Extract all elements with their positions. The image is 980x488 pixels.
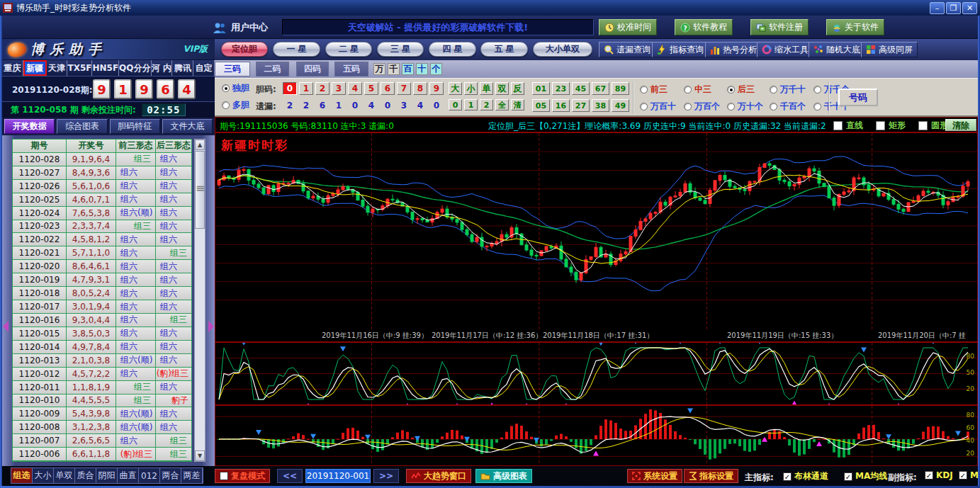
position-radio[interactable]: 中三 xyxy=(684,84,711,96)
table-row[interactable]: 1120-0169,3,0,4,4组六组三 xyxy=(13,314,191,327)
table-row[interactable]: 1120-0153,8,5,0,3组六组六 xyxy=(13,327,191,341)
lottery-tab[interactable]: 自定 xyxy=(193,60,215,76)
quick-select-button[interactable]: 小 xyxy=(464,82,478,95)
quick-select-button[interactable]: 0 xyxy=(449,99,462,110)
scroll-up-icon[interactable]: ▲ xyxy=(195,140,205,150)
table-row[interactable]: 1120-0278,4,9,3,6组六组六 xyxy=(13,166,191,180)
pattern-tab[interactable]: 质合 xyxy=(75,468,96,483)
position-toggle[interactable]: 十 xyxy=(416,63,428,75)
nav-tool-button[interactable]: 缩水工具 xyxy=(757,42,813,57)
trend-window-button[interactable]: 大趋势窗口 xyxy=(406,469,471,483)
table-row[interactable]: 1120-0104,4,5,5,5组三豹子 xyxy=(13,395,191,408)
pair-select-button[interactable]: 38 xyxy=(592,99,609,112)
pattern-tab[interactable]: 阴阳 xyxy=(96,468,118,483)
pattern-tab[interactable]: 两差 xyxy=(181,468,203,483)
collapse-right-icon[interactable] xyxy=(208,321,214,332)
checkbox-checked-icon[interactable]: ✓ xyxy=(783,472,792,481)
pattern-tab[interactable]: 曲直 xyxy=(118,468,139,483)
scrollbar-thumb[interactable] xyxy=(195,151,205,229)
sub-indicator-check[interactable]: ✓MACD xyxy=(959,470,980,480)
toolbar-button-3[interactable]: 软件注册 xyxy=(750,19,809,35)
position-toggle[interactable]: 万 xyxy=(373,63,385,75)
table-row[interactable]: 1120-0208,6,4,6,1组六组六 xyxy=(13,260,191,273)
position-radio[interactable]: 后三 xyxy=(727,84,755,96)
kdj-chart[interactable]: 805020 xyxy=(215,342,978,405)
system-settings-button[interactable]: 系统设置 xyxy=(627,469,682,483)
danma-digit-button[interactable]: 7 xyxy=(397,82,411,95)
table-row[interactable]: 1120-0215,7,1,1,0组六组三 xyxy=(13,246,191,260)
pair-select-button[interactable]: 05 xyxy=(532,99,550,112)
user-center-button[interactable]: 用户中心 xyxy=(213,18,268,36)
next-period-button[interactable]: >> xyxy=(373,469,399,483)
nav-tool-button[interactable]: 高级同屏 xyxy=(861,42,918,57)
replay-mode-toggle[interactable]: 复盘模式 xyxy=(215,469,270,483)
macd-chart[interactable]: 80604020 xyxy=(215,405,978,466)
pattern-tab[interactable]: 012 xyxy=(139,468,160,483)
position-toggle[interactable]: 千 xyxy=(388,63,400,75)
play-mode-pill[interactable]: 大小单双 xyxy=(533,42,592,57)
collapse-left-icon[interactable] xyxy=(3,321,9,332)
danma-digit-button[interactable]: 9 xyxy=(429,82,444,95)
play-mode-pill[interactable]: 五 星 xyxy=(480,42,528,57)
scroll-down-icon[interactable]: ▼ xyxy=(195,450,205,461)
quick-select-button[interactable]: 1 xyxy=(464,99,478,110)
position-radio[interactable]: 千百个 xyxy=(770,101,806,113)
quick-select-button[interactable]: 清 xyxy=(511,99,524,110)
draw-tool-check[interactable]: 矩形 xyxy=(876,120,906,132)
danma-digit-button[interactable]: 0 xyxy=(283,82,297,95)
replay-checkbox[interactable] xyxy=(220,472,228,480)
pair-select-button[interactable]: 89 xyxy=(612,82,629,95)
lottery-tab[interactable]: 腾讯 xyxy=(172,60,193,76)
checkbox-icon[interactable] xyxy=(918,121,928,130)
quick-select-button[interactable]: 2 xyxy=(480,99,493,110)
view-button[interactable]: 开奖数据 xyxy=(4,119,55,134)
pair-select-button[interactable]: 67 xyxy=(592,82,609,95)
table-row[interactable]: 1120-0289,1,9,6,4组三组六 xyxy=(13,153,191,166)
table-row[interactable]: 1120-0173,0,1,9,4组六组六 xyxy=(13,300,191,314)
clear-button[interactable]: 清除 xyxy=(945,119,976,131)
table-row[interactable]: 1120-0095,4,3,9,8组六(顺)组六 xyxy=(13,407,191,421)
table-row[interactable]: 1120-0194,7,9,3,1组六组六 xyxy=(13,273,191,287)
toolbar-button-4[interactable]: 关于软件 xyxy=(826,19,884,35)
position-radio[interactable]: 万十个 xyxy=(727,101,763,113)
danma-digit-button[interactable]: 6 xyxy=(381,82,395,95)
play-mode-pill[interactable]: 一 星 xyxy=(273,42,320,57)
nav-tool-button[interactable]: 遗漏查询 xyxy=(599,42,655,57)
position-toggle[interactable]: 百 xyxy=(402,63,414,75)
table-row[interactable]: 1120-0132,1,0,3,8组六(顺)组六 xyxy=(13,354,191,368)
checkbox-icon[interactable] xyxy=(833,121,843,130)
table-row[interactable]: 1120-0254,6,0,7,1组六组六 xyxy=(13,193,191,207)
lottery-tab[interactable]: 重庆 xyxy=(2,60,23,76)
quick-select-button[interactable]: 全 xyxy=(495,99,509,110)
candlestick-chart[interactable]: 新疆时时彩 2019年11月16日（中:9 挂:39）2019年11月17日（中… xyxy=(215,132,978,342)
minimize-button[interactable]: – xyxy=(930,2,945,14)
number-mode-button[interactable]: 号码 xyxy=(838,89,878,106)
pair-select-button[interactable]: 45 xyxy=(572,82,590,95)
lottery-tab[interactable]: 河 内 xyxy=(152,60,173,76)
danma-digit-button[interactable]: 8 xyxy=(413,82,427,95)
table-row[interactable]: 1120-0247,6,5,3,8组六(顺)组六 xyxy=(13,207,191,220)
toolbar-button-1[interactable]: 校准时间 xyxy=(599,19,657,35)
lottery-tab[interactable]: 新疆 xyxy=(23,60,47,76)
nav-tool-button[interactable]: 热号分析 xyxy=(705,42,762,57)
position-radio[interactable]: 万千十 xyxy=(770,84,806,96)
danma-digit-button[interactable]: 3 xyxy=(332,82,346,95)
sub-indicator-check[interactable]: ✓KDJ xyxy=(925,470,953,480)
maximize-button[interactable]: ❐ xyxy=(946,2,961,14)
danma-digit-button[interactable]: 5 xyxy=(364,82,378,95)
view-button[interactable]: 胆码特征 xyxy=(110,119,160,134)
pattern-tab[interactable]: 大小 xyxy=(33,468,54,483)
danma-digit-button[interactable]: 1 xyxy=(299,82,313,95)
view-button[interactable]: 综合图表 xyxy=(57,119,107,134)
code-count-tab[interactable]: 三码 xyxy=(215,62,250,76)
code-count-tab[interactable]: 四码 xyxy=(296,62,329,76)
lottery-tab[interactable]: 天津 xyxy=(47,60,68,76)
table-row[interactable]: 1120-0072,6,5,6,5组六组三 xyxy=(13,434,191,448)
code-count-tab[interactable]: 二码 xyxy=(256,62,289,76)
draw-tool-check[interactable]: 直线 xyxy=(833,120,863,132)
mode-radio[interactable]: 独胆 xyxy=(222,82,249,94)
main-indicator-check[interactable]: ✓MA均线 xyxy=(844,470,887,482)
position-radio[interactable]: 万百十 xyxy=(640,101,676,113)
view-button[interactable]: 文件大底 xyxy=(162,119,213,134)
prev-period-button[interactable]: << xyxy=(277,469,303,483)
